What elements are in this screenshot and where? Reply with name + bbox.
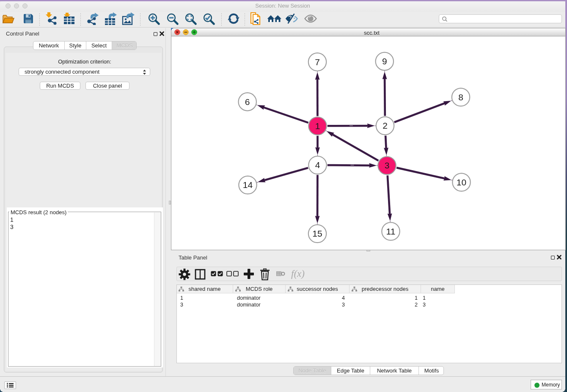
svg-text:7: 7 xyxy=(315,57,320,67)
svg-text:1: 1 xyxy=(315,121,320,131)
svg-text:11: 11 xyxy=(386,226,396,236)
svg-text:8: 8 xyxy=(458,92,463,102)
svg-text:14: 14 xyxy=(243,180,253,190)
svg-text:9: 9 xyxy=(382,56,387,66)
svg-text:6: 6 xyxy=(245,97,250,107)
svg-text:2: 2 xyxy=(383,121,388,130)
svg-text:4: 4 xyxy=(315,160,320,170)
svg-text:10: 10 xyxy=(457,177,466,187)
svg-text:15: 15 xyxy=(312,229,322,238)
svg-text:3: 3 xyxy=(385,160,390,170)
